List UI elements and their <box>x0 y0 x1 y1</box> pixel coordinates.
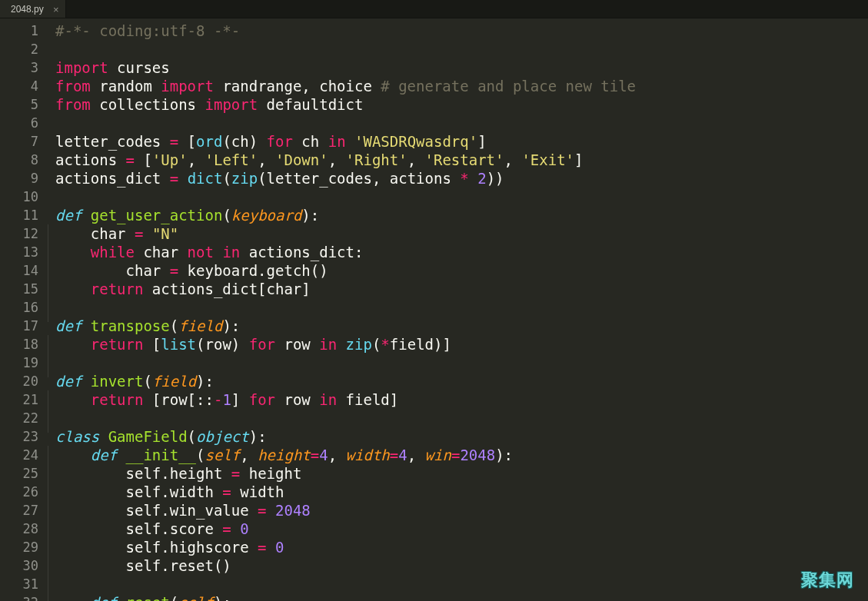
code-area[interactable]: #-*- coding:utf-8 -*- import cursesfrom … <box>46 18 868 601</box>
line-number: 21 <box>0 390 46 409</box>
line-number: 16 <box>0 298 46 317</box>
fold-guide <box>48 224 48 322</box>
code-line[interactable] <box>55 575 868 593</box>
code-line[interactable]: char = keyboard.getch() <box>55 261 868 280</box>
line-number: 20 <box>0 372 46 390</box>
code-line[interactable]: self.width = width <box>55 483 868 501</box>
code-line[interactable]: self.win_value = 2048 <box>55 501 868 520</box>
code-line[interactable]: while char not in actions_dict: <box>55 243 868 261</box>
code-line[interactable]: from random import randrange, choice # g… <box>55 77 868 95</box>
fold-guide <box>48 446 48 601</box>
line-number: 22 <box>0 409 46 427</box>
line-number: 14 <box>0 261 46 280</box>
line-number: 31 <box>0 575 46 593</box>
line-number: 8 <box>0 151 46 169</box>
line-number: 3 <box>0 58 46 77</box>
line-number: 5 <box>0 95 46 114</box>
line-number: 12 <box>0 224 46 243</box>
code-line[interactable]: letter_codes = [ord(ch) for ch in 'WASDR… <box>55 132 868 151</box>
line-number: 25 <box>0 464 46 483</box>
line-number: 30 <box>0 556 46 575</box>
code-line[interactable]: actions = ['Up', 'Left', 'Down', 'Right'… <box>55 151 868 169</box>
fold-guide <box>48 390 48 433</box>
code-line[interactable] <box>55 40 868 58</box>
line-number: 6 <box>0 114 46 132</box>
code-line[interactable]: def get_user_action(keyboard): <box>55 206 868 224</box>
line-number: 24 <box>0 446 46 464</box>
line-number: 32 <box>0 593 46 601</box>
code-line[interactable]: self.height = height <box>55 464 868 483</box>
line-number-gutter: 1234567891011121314151617181920212223242… <box>0 18 46 601</box>
line-number: 18 <box>0 335 46 354</box>
code-line[interactable]: def transpose(field): <box>55 317 868 335</box>
line-number: 10 <box>0 188 46 206</box>
line-number: 9 <box>0 169 46 188</box>
line-number: 27 <box>0 501 46 520</box>
line-number: 1 <box>0 22 46 40</box>
line-number: 23 <box>0 427 46 446</box>
line-number: 28 <box>0 520 46 538</box>
code-line[interactable]: def invert(field): <box>55 372 868 390</box>
code-line[interactable]: return [list(row) for row in zip(*field)… <box>55 335 868 354</box>
line-number: 19 <box>0 354 46 372</box>
code-line[interactable]: return actions_dict[char] <box>55 280 868 298</box>
code-line[interactable]: self.reset() <box>55 556 868 575</box>
editor-tab[interactable]: 2048.py × <box>0 0 66 18</box>
code-line[interactable]: actions_dict = dict(zip(letter_codes, ac… <box>55 169 868 188</box>
line-number: 13 <box>0 243 46 261</box>
close-icon[interactable]: × <box>53 3 59 15</box>
code-line[interactable]: def reset(self): <box>55 593 868 601</box>
code-line[interactable]: return [row[::-1] for row in field] <box>55 390 868 409</box>
code-line[interactable]: self.score = 0 <box>55 520 868 538</box>
code-line[interactable] <box>55 188 868 206</box>
tab-bar: 2048.py × <box>0 0 868 18</box>
code-line[interactable]: import curses <box>55 58 868 77</box>
line-number: 4 <box>0 77 46 95</box>
line-number: 26 <box>0 483 46 501</box>
code-line[interactable]: char = "N" <box>55 224 868 243</box>
code-line[interactable]: #-*- coding:utf-8 -*- <box>55 22 868 40</box>
line-number: 15 <box>0 280 46 298</box>
code-line[interactable] <box>55 409 868 427</box>
code-line[interactable]: self.highscore = 0 <box>55 538 868 556</box>
line-number: 17 <box>0 317 46 335</box>
line-number: 29 <box>0 538 46 556</box>
tab-filename: 2048.py <box>11 4 44 15</box>
fold-guide <box>48 335 48 377</box>
code-line[interactable] <box>55 114 868 132</box>
code-line[interactable]: def __init__(self, height=4, width=4, wi… <box>55 446 868 464</box>
line-number: 11 <box>0 206 46 224</box>
code-line[interactable]: from collections import defaultdict <box>55 95 868 114</box>
code-line[interactable]: class GameField(object): <box>55 427 868 446</box>
editor-pane[interactable]: 1234567891011121314151617181920212223242… <box>0 18 868 601</box>
code-line[interactable] <box>55 354 868 372</box>
line-number: 7 <box>0 132 46 151</box>
line-number: 2 <box>0 40 46 58</box>
code-line[interactable] <box>55 298 868 317</box>
watermark-logo: 聚集网 <box>801 569 854 592</box>
